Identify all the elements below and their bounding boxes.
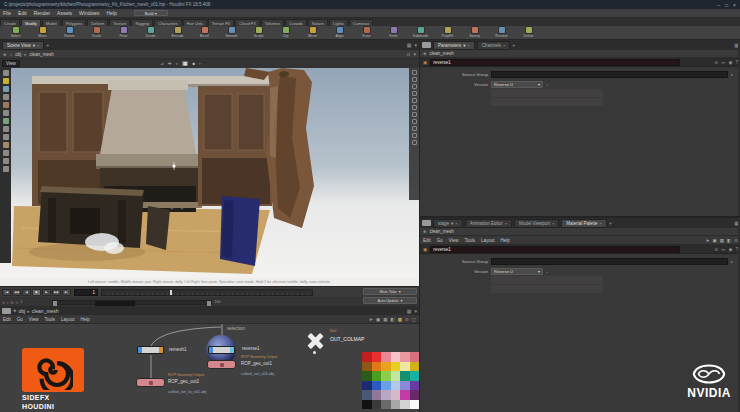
viewport-display-icon[interactable] — [412, 140, 417, 145]
bottom-menu-view[interactable]: View — [449, 238, 459, 243]
palette-swatch[interactable] — [391, 362, 401, 372]
menu-item-render[interactable]: Render — [34, 10, 50, 16]
presets-icon[interactable]: ≔ — [721, 60, 726, 65]
chevron-down-icon[interactable]: ▾ — [414, 308, 417, 314]
palette-swatch[interactable] — [381, 381, 391, 391]
viewport-tool-icon[interactable] — [3, 158, 9, 164]
network-crumb-obj[interactable]: obj — [18, 308, 25, 314]
network-menu-view[interactable]: View — [29, 317, 39, 322]
pointer-tool-icon[interactable]: ➤ — [369, 317, 373, 322]
node-label-rop2[interactable]: ROP_geo_out2 — [168, 379, 199, 384]
snapshot-icon[interactable]: ▢ — [412, 317, 416, 322]
viewport-tool-icon[interactable] — [3, 94, 9, 100]
menu-item-help[interactable]: Help — [106, 10, 116, 16]
transport-button[interactable]: ▶▶ — [52, 289, 61, 296]
maximize-button[interactable]: □ — [725, 2, 728, 8]
palette-swatch[interactable] — [381, 390, 391, 400]
node-label-remesh[interactable]: remesh1 — [169, 347, 187, 352]
shelf-tool[interactable]: Delete — [515, 27, 542, 38]
view-mode-button[interactable]: View — [2, 60, 20, 67]
palette-swatch[interactable] — [391, 352, 401, 362]
pane-split-handle[interactable] — [2, 308, 11, 314]
loop-icon[interactable]: ↻ — [10, 300, 13, 305]
lock-icon[interactable]: ◉ — [729, 247, 733, 252]
shelf-tab[interactable]: Create — [0, 19, 20, 26]
palette-swatch[interactable] — [362, 381, 372, 391]
select-tool-icon[interactable]: ⊿ — [160, 61, 164, 66]
viewport-tool-icon[interactable] — [3, 78, 9, 84]
autokey-icon[interactable]: ● — [2, 300, 4, 305]
palette-toggle-icon[interactable]: ▩ — [398, 317, 402, 322]
home-icon[interactable]: ⌂ — [9, 52, 12, 57]
close-icon[interactable]: × — [37, 43, 39, 48]
viewport-tool-icon[interactable] — [3, 126, 9, 132]
tab-scene-view[interactable]: Scene View ▾ × — [2, 41, 44, 50]
take-selector[interactable]: Main Take▾ — [363, 288, 417, 295]
shelf-tool[interactable]: Clip — [272, 27, 299, 38]
snap-tool-icon[interactable]: ⌖ — [176, 61, 179, 66]
transport-button[interactable]: ▶ — [42, 289, 51, 296]
network-menu-layout[interactable]: Layout — [61, 317, 75, 322]
shelf-tab[interactable]: Rigging — [131, 19, 153, 26]
node-rop-geo-out2[interactable] — [136, 378, 165, 387]
add-tab-button[interactable]: + — [609, 220, 612, 226]
palette-swatch[interactable] — [372, 371, 382, 381]
palette-swatch[interactable] — [391, 390, 401, 400]
pane-tab[interactable]: Material Palette× — [561, 219, 607, 228]
shelf-tab[interactable]: Solaris — [308, 19, 328, 26]
viewport-display-icon[interactable] — [412, 112, 417, 117]
range-start-value[interactable]: 1 — [20, 300, 22, 304]
palette-swatch[interactable] — [410, 371, 420, 381]
playhead[interactable] — [170, 290, 172, 296]
pane-grid-icon[interactable]: ▦ — [407, 308, 412, 314]
shelf-tool[interactable]: Sweep — [461, 27, 488, 38]
pane-grid-icon[interactable]: ▦ — [407, 42, 412, 48]
pane-tab[interactable]: Parameters ▾× — [433, 41, 475, 50]
node-rop-geo-out1[interactable] — [207, 360, 236, 369]
viewport-tool-icon[interactable] — [3, 142, 9, 148]
pane-tab[interactable]: stage ▾× — [433, 219, 463, 228]
node-label-rop1[interactable]: ROP_geo_out1 — [241, 361, 272, 366]
shelf-tab[interactable]: Modify — [21, 19, 41, 26]
close-icon[interactable]: × — [503, 43, 505, 48]
palette-swatch[interactable] — [362, 352, 372, 362]
viewport-tool-icon[interactable] — [3, 118, 9, 124]
close-icon[interactable]: × — [455, 221, 457, 226]
presets-icon[interactable]: ≔ — [721, 247, 726, 252]
palette-swatch[interactable] — [410, 362, 420, 372]
pin-icon[interactable]: ◈ — [423, 51, 426, 56]
viewport-tool-icon[interactable] — [3, 150, 9, 156]
bottom-menu-tools[interactable]: Tools — [464, 238, 475, 243]
palette-swatch[interactable] — [410, 390, 420, 400]
palette-swatch[interactable] — [400, 352, 410, 362]
shelf-tool[interactable]: Select — [2, 27, 29, 38]
palette-swatch[interactable] — [362, 371, 372, 381]
palette-swatch[interactable] — [400, 362, 410, 372]
timeline[interactable] — [101, 289, 313, 296]
shelf-tool[interactable]: Fuse — [353, 27, 380, 38]
palette-swatch[interactable] — [391, 371, 401, 381]
menu-item-windows[interactable]: Windows — [79, 10, 99, 16]
current-frame-field[interactable]: 1 — [74, 289, 98, 296]
shelf-tool[interactable]: Pose — [110, 27, 137, 38]
menu-item-edit[interactable]: Edit — [18, 10, 27, 16]
parameters-bottom-path[interactable]: clean_mesh — [429, 229, 453, 234]
viewport-display-icon[interactable] — [412, 133, 417, 138]
version-dropdown[interactable]: Reverse U ▾ — [491, 81, 543, 88]
shelf-tool[interactable]: Rotate — [56, 27, 83, 38]
palette-swatch[interactable] — [391, 400, 401, 410]
shelf-tool[interactable]: Sculpt — [245, 27, 272, 38]
menu-item-assets[interactable]: Assets — [57, 10, 72, 16]
viewport-tool-icon[interactable] — [3, 70, 9, 76]
palette-swatch[interactable] — [400, 390, 410, 400]
viewport-display-icon[interactable] — [412, 105, 417, 110]
palette-swatch[interactable] — [410, 381, 420, 391]
shelf-tool[interactable]: Mirror — [299, 27, 326, 38]
path-crumb-obj[interactable]: obj — [15, 52, 21, 57]
node-label-reverse[interactable]: reverse1 — [242, 346, 260, 351]
chevron-down-icon[interactable]: ▾ — [414, 42, 417, 48]
palette-swatch[interactable] — [372, 362, 382, 372]
grid-snap-icon[interactable]: ▦ — [383, 317, 387, 322]
search-icon[interactable]: ⊙ — [406, 51, 410, 57]
bottom-menu-edit[interactable]: Edit — [423, 238, 431, 243]
